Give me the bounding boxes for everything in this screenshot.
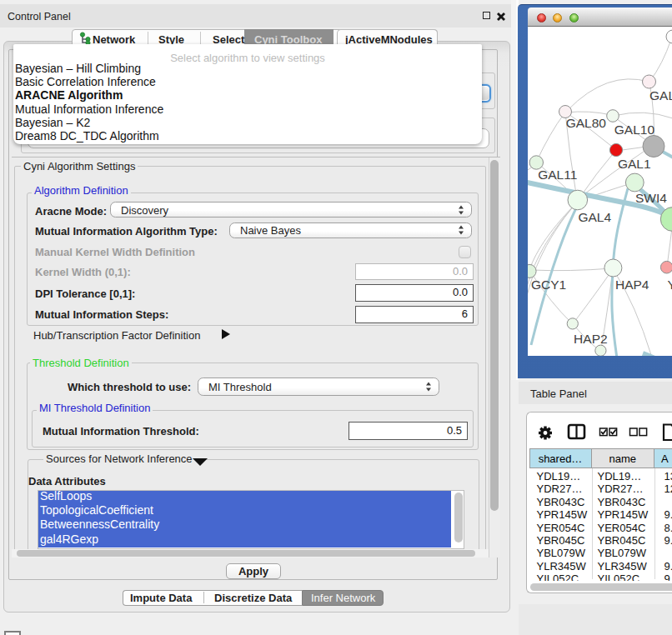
- svg-text:HAP2: HAP2: [574, 332, 608, 346]
- svg-text:GAL80: GAL80: [566, 116, 607, 130]
- svg-text:GAL: GAL: [649, 88, 672, 102]
- svg-text:SWI4: SWI4: [635, 191, 667, 205]
- svg-text:GCY1: GCY1: [531, 278, 566, 292]
- svg-text:GAL10: GAL10: [614, 122, 655, 137]
- svg-text:HAP4: HAP4: [615, 278, 649, 292]
- svg-text:GAL11: GAL11: [538, 168, 577, 182]
- svg-text:GAL4: GAL4: [578, 210, 611, 224]
- svg-text:Y: Y: [668, 278, 672, 292]
- svg-text:GAL1: GAL1: [618, 157, 651, 171]
